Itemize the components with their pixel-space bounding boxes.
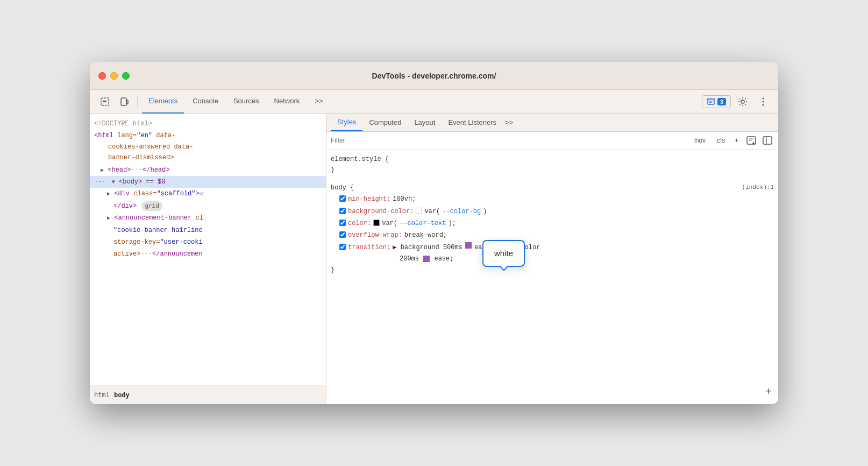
styles-panel: Styles Computed Layout Event Listeners >… (326, 114, 778, 404)
color-tooltip-text: white (494, 249, 513, 258)
svg-rect-8 (763, 137, 772, 144)
settings-button[interactable] (734, 93, 751, 110)
device-toolbar-button[interactable] (116, 93, 133, 110)
color-bg-link[interactable]: --color-bg (442, 206, 481, 217)
color-swatch[interactable] (373, 220, 380, 226)
devtools-toolbar: Elements Console Sources Network >> 3 (90, 90, 778, 114)
devtools-window: DevTools - developer.chrome.com/ Element… (90, 62, 778, 404)
storage-key-line[interactable]: storage-key="user-cooki (109, 236, 326, 248)
color-prop: color: (348, 218, 371, 229)
device-icon (119, 97, 129, 107)
bg-color-row: background-color: var(--color-bg) (339, 206, 774, 217)
hov-button[interactable]: :hov (690, 136, 709, 145)
body-selector: body { (331, 182, 354, 193)
tab-styles[interactable]: Styles (331, 114, 362, 131)
filter-input[interactable] (331, 137, 686, 144)
breadcrumb-html[interactable]: html (94, 391, 110, 399)
body-close: } (331, 265, 774, 276)
grid-badge: grid (141, 201, 162, 211)
styles-tab-more[interactable]: >> (503, 114, 515, 131)
html-open-line[interactable]: <html lang="en" data- cookies-answered d… (90, 130, 326, 164)
min-height-value: 100vh; (393, 194, 416, 204)
element-style-selector: element.style { (331, 154, 774, 165)
titlebar: DevTools - developer.chrome.com/ (90, 62, 778, 90)
tab-sources[interactable]: Sources (227, 90, 266, 114)
cursor-tool-button[interactable] (96, 93, 113, 110)
body-line[interactable]: ··· ▼ <body> == $0 (90, 176, 326, 188)
cursor-icon (100, 97, 110, 107)
tab-event-listeners[interactable]: Event Listeners (442, 114, 503, 131)
tab-elements[interactable]: Elements (142, 90, 184, 114)
cls-button[interactable]: .cls (712, 136, 728, 145)
svg-point-3 (741, 100, 744, 103)
transition-200ms: 200ms (341, 255, 419, 263)
overflow-wrap-checkbox[interactable] (339, 231, 346, 238)
issues-icon (707, 98, 715, 105)
tab-network[interactable]: Network (268, 90, 307, 114)
minimize-button[interactable] (110, 72, 118, 80)
color-tooltip: white (482, 240, 525, 267)
close-button[interactable] (98, 72, 106, 80)
tab-layout[interactable]: Layout (408, 114, 442, 131)
add-style-rule-button[interactable]: + (765, 385, 772, 398)
styles-tabs: Styles Computed Layout Event Listeners >… (326, 114, 778, 132)
elements-content[interactable]: <!DOCTYPE html> <html lang="en" data- co… (90, 114, 326, 385)
new-style-rule-button[interactable] (745, 134, 758, 147)
cookie-banner-line[interactable]: "cookie-banner hairline (109, 224, 326, 236)
color-row: color: var(--color-text); (339, 217, 774, 229)
new-rule-icon (746, 136, 756, 145)
ease-swatch-1 (465, 242, 472, 249)
devtools-main: <!DOCTYPE html> <html lang="en" data- co… (90, 114, 778, 404)
overflow-wrap-value: break-word; (404, 230, 447, 241)
more-menu-button[interactable] (755, 93, 772, 110)
color-checkbox[interactable] (339, 220, 346, 226)
color-value: var( (382, 218, 397, 229)
svg-point-5 (763, 101, 764, 102)
min-height-prop: min-height: (348, 194, 390, 204)
window-controls (98, 72, 130, 80)
div-scaffold-line[interactable]: ▶ <div class="scaffold">◁ (103, 188, 326, 200)
min-height-checkbox[interactable] (339, 195, 346, 202)
toolbar-separator (137, 95, 138, 108)
maximize-button[interactable] (122, 72, 130, 80)
announcement-line[interactable]: ▶ <announcement-banner cl (103, 212, 326, 224)
svg-rect-1 (121, 98, 126, 105)
overflow-wrap-prop: overflow-wrap: (348, 230, 402, 241)
issues-button[interactable]: 3 (702, 95, 731, 108)
element-style-block: element.style { } (331, 154, 774, 176)
file-reference[interactable]: (index):1 (742, 182, 774, 193)
settings-icon (738, 97, 748, 107)
tab-more[interactable]: >> (308, 90, 329, 114)
active-line[interactable]: active>···</announcemen (109, 248, 326, 260)
transition-expand: ▶ background 500ms (393, 242, 463, 253)
breadcrumb-body[interactable]: body (114, 391, 130, 399)
ease-swatch-2 (423, 256, 430, 262)
toggle-sidebar-button[interactable] (761, 134, 774, 147)
svg-point-6 (763, 104, 764, 105)
transition-second-line: 200ms ease; (341, 253, 774, 264)
div-close-line[interactable]: </div> grid (109, 200, 326, 212)
toolbar-right: 3 (702, 93, 772, 110)
window-title: DevTools - developer.chrome.com/ (372, 72, 496, 80)
styles-content[interactable]: element.style { } body { (index):1 min-h… (326, 150, 778, 404)
bg-color-swatch[interactable] (416, 208, 422, 214)
bg-color-checkbox[interactable] (339, 208, 346, 214)
transition-checkbox[interactable] (339, 244, 346, 250)
element-style-close: } (331, 165, 774, 175)
doctype-line: <!DOCTYPE html> (90, 118, 326, 130)
svg-rect-2 (126, 100, 128, 104)
add-style-button[interactable]: + (731, 136, 742, 145)
tab-console[interactable]: Console (186, 90, 225, 114)
transition-row: transition: ▶ background 500ms ease-in-o… (339, 242, 774, 253)
svg-point-4 (763, 97, 764, 99)
bg-color-var-end: ) (483, 206, 487, 217)
filter-controls: :hov .cls + (690, 134, 774, 147)
transition-prop: transition: (348, 242, 390, 253)
filter-bar: :hov .cls + (326, 132, 778, 150)
head-line[interactable]: ▶ <head>···</head> (96, 164, 326, 176)
tab-computed[interactable]: Computed (362, 114, 408, 131)
breadcrumb: html body (90, 385, 326, 404)
overflow-wrap-row: overflow-wrap: break-word; (339, 229, 774, 241)
bg-color-prop: background-color: (348, 206, 414, 217)
color-text-link[interactable]: --color-text (400, 218, 446, 229)
